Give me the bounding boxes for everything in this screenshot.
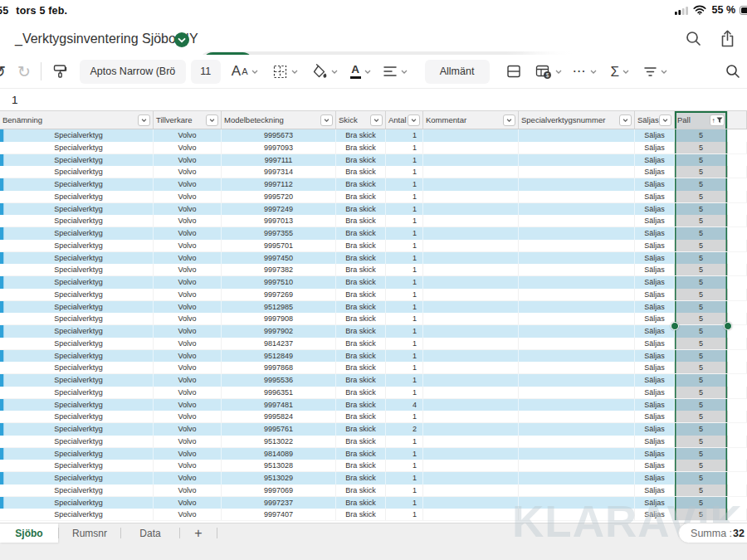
column-header-empty[interactable] [728,111,747,129]
cell-tillverkare[interactable]: Volvo [154,387,222,398]
cell-empty[interactable] [728,289,747,300]
font-format-button[interactable]: AA [232,63,258,80]
cell-specialverktygsnummer[interactable] [519,313,635,324]
cell-antal[interactable]: 1 [386,289,423,300]
selection-handle-left[interactable] [671,322,679,330]
cell-modelbeteckning[interactable]: 9995536 [222,374,336,387]
cell-modelbeteckning[interactable]: 9996351 [222,387,336,398]
cell-antal[interactable]: 1 [386,129,423,142]
cell-modelbeteckning[interactable]: 9997249 [222,203,336,216]
cell-specialverktygsnummer[interactable] [519,129,635,142]
borders-button[interactable] [272,64,298,80]
cell-antal[interactable]: 1 [386,472,423,485]
cell-säljas[interactable]: Säljas [635,129,675,142]
cell-specialverktygsnummer[interactable] [519,460,635,471]
cell-specialverktygsnummer[interactable] [519,264,635,275]
table-row[interactable]: SpecialverktygVolvo9997314Bra skick1Sälj… [0,166,747,178]
cell-benämning[interactable]: Specialverktyg [4,129,154,142]
merge-cells-button[interactable] [505,64,522,79]
cell-pall[interactable]: 5 [675,448,728,460]
cell-pall[interactable]: 5 [675,374,728,387]
alignment-button[interactable] [383,66,408,77]
cell-benämning[interactable]: Specialverktyg [4,191,154,202]
cell-antal[interactable]: 1 [386,215,423,226]
cell-pall[interactable]: 5 [675,472,728,485]
cell-pall[interactable]: 5 [675,227,728,240]
cell-antal[interactable]: 1 [386,252,423,265]
table-row[interactable]: SpecialverktygVolvo9997093Bra skick1Sälj… [0,142,747,154]
cell-benämning[interactable]: Specialverktyg [4,166,154,178]
cell-pall[interactable]: 5 [675,289,728,300]
cell-skick[interactable]: Bra skick [336,448,386,460]
cell-specialverktygsnummer[interactable] [519,154,635,167]
cell-pall[interactable]: 5 [675,387,728,398]
cell-kommentar[interactable] [423,411,519,422]
cell-kommentar[interactable] [423,313,519,324]
cell-tillverkare[interactable]: Volvo [154,129,222,142]
cell-empty[interactable] [728,374,747,387]
cell-kommentar[interactable] [423,301,519,314]
cell-modelbeteckning[interactable]: 9997237 [222,497,336,509]
cell-pall[interactable]: 5 [675,191,728,202]
cell-skick[interactable]: Bra skick [336,313,386,324]
cell-benämning[interactable]: Specialverktyg [4,436,154,447]
cell-tillverkare[interactable]: Volvo [154,472,222,485]
cell-empty[interactable] [728,191,747,202]
table-row[interactable]: SpecialverktygVolvo9513028Bra skick1Sälj… [0,460,747,472]
cell-antal[interactable]: 1 [386,203,423,216]
cell-säljas[interactable]: Säljas [635,215,675,226]
cell-skick[interactable]: Bra skick [336,411,386,422]
cell-antal[interactable]: 2 [386,423,423,436]
cell-specialverktygsnummer[interactable] [519,203,635,216]
cell-skick[interactable]: Bra skick [336,240,386,251]
cell-modelbeteckning[interactable]: 9997868 [222,362,336,373]
cell-säljas[interactable]: Säljas [635,436,675,447]
cell-pall[interactable]: 5 [675,325,728,338]
cell-specialverktygsnummer[interactable] [519,227,635,240]
cell-benämning[interactable]: Specialverktyg [4,325,154,338]
cell-pall[interactable]: 5 [675,203,728,216]
cell-pall[interactable]: 5 [675,252,728,265]
cell-säljas[interactable]: Säljas [635,252,675,265]
cell-empty[interactable] [728,142,747,153]
filter-dropdown-icon[interactable] [370,114,383,126]
cell-modelbeteckning[interactable]: 9997269 [222,289,336,300]
cell-specialverktygsnummer[interactable] [519,325,635,338]
number-format-selector[interactable]: Allmänt [425,60,490,84]
cell-pall[interactable]: 5 [675,436,728,447]
cell-pall[interactable]: 5 [675,497,728,509]
cell-tillverkare[interactable]: Volvo [154,215,222,226]
cell-antal[interactable]: 1 [386,178,423,191]
cell-tillverkare[interactable]: Volvo [154,362,222,373]
table-row[interactable]: SpecialverktygVolvo9995673Bra skick1Sälj… [0,129,747,142]
cell-empty[interactable] [728,252,747,265]
cell-benämning[interactable]: Specialverktyg [4,362,154,373]
cell-benämning[interactable]: Specialverktyg [4,178,154,191]
search-icon[interactable] [686,31,701,46]
cell-säljas[interactable]: Säljas [635,338,675,349]
cell-säljas[interactable]: Säljas [635,154,675,167]
cell-pall[interactable]: 5 [675,240,728,251]
cell-skick[interactable]: Bra skick [336,227,386,240]
cell-tillverkare[interactable]: Volvo [154,448,222,460]
cell-antal[interactable]: 1 [386,460,423,471]
cell-skick[interactable]: Bra skick [336,497,386,509]
cell-kommentar[interactable] [423,215,519,226]
cell-skick[interactable]: Bra skick [336,264,386,275]
cell-benämning[interactable]: Specialverktyg [4,154,154,167]
cell-kommentar[interactable] [423,289,519,300]
cell-skick[interactable]: Bra skick [336,166,386,178]
cell-kommentar[interactable] [423,227,519,240]
table-row[interactable]: SpecialverktygVolvo9513022Bra skick1Sälj… [0,436,747,448]
table-row[interactable]: SpecialverktygVolvo9997069Bra skick1Sälj… [0,485,747,497]
cell-skick[interactable]: Bra skick [336,289,386,300]
cell-currency-button[interactable]: $ [535,64,562,80]
table-row[interactable]: SpecialverktygVolvo9997908Bra skick1Sälj… [0,313,747,325]
cell-benämning[interactable]: Specialverktyg [4,276,154,289]
column-header-kommentar[interactable]: Kommentar [423,111,519,129]
cell-tillverkare[interactable]: Volvo [154,485,222,496]
cell-benämning[interactable]: Specialverktyg [4,374,154,387]
cell-modelbeteckning[interactable]: 9997481 [222,399,336,411]
cell-specialverktygsnummer[interactable] [519,411,635,422]
cell-säljas[interactable]: Säljas [635,374,675,387]
